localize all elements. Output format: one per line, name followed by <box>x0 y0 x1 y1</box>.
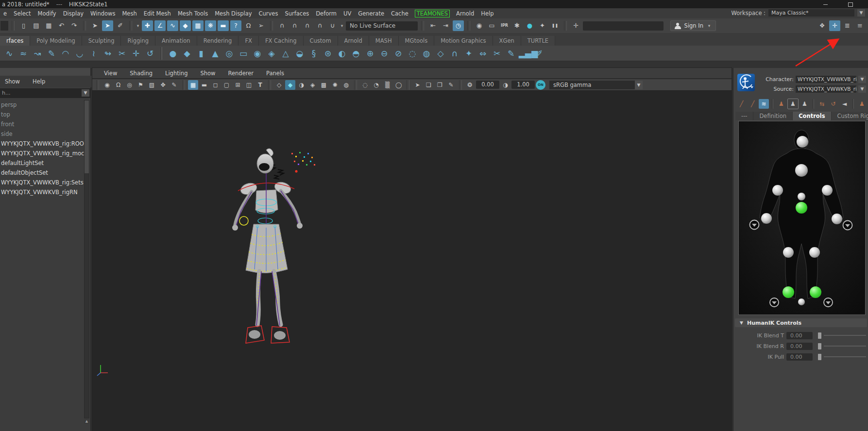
mask-deformers-icon[interactable]: ▦ <box>192 20 204 31</box>
attribute-editor-icon[interactable]: ≡ <box>854 20 866 31</box>
divider[interactable] <box>182 80 185 90</box>
curve-offset-icon[interactable]: ≀ <box>87 47 100 60</box>
menu-item[interactable]: e <box>0 10 10 17</box>
outliner-menu-item[interactable]: Help <box>33 78 45 85</box>
resolution-gate-icon[interactable]: ◻ <box>210 80 221 90</box>
chevron-down-icon[interactable]: ▼ <box>82 89 89 97</box>
input-connections-icon[interactable]: ⇤ <box>427 20 439 31</box>
outliner-item[interactable]: WYYKJQTX_VWWKVB_rig:Sets <box>0 178 85 187</box>
quad-draw-icon[interactable]: ✎ <box>505 47 517 60</box>
shelf-tab[interactable]: MGtools <box>399 36 435 46</box>
slider-value[interactable]: 0.00 <box>786 332 813 339</box>
redo-icon[interactable]: ↷ <box>68 20 80 31</box>
shelf-tab[interactable]: Rigging <box>121 36 155 46</box>
character-controls-icon[interactable]: ✛ <box>829 20 840 31</box>
character-select-icon[interactable]: ♟ <box>857 99 867 109</box>
slider-track[interactable] <box>824 346 866 347</box>
chevron-down-icon[interactable]: ▼ <box>635 81 643 89</box>
character-grey-icon[interactable]: ♟ <box>800 99 810 109</box>
sign-in-button[interactable]: Sign In ▾ <box>670 20 716 31</box>
mirror-geometry-icon[interactable]: ⇔ <box>477 47 489 60</box>
humanik-tab[interactable]: Controls <box>793 112 831 120</box>
grid-icon[interactable]: ▦ <box>188 80 198 90</box>
poly-helix-icon[interactable]: § <box>307 47 320 60</box>
mask-handles-icon[interactable]: ✚ <box>142 20 153 31</box>
boolean-difference-icon[interactable]: ⊖ <box>378 47 391 60</box>
camera-icon[interactable]: ◉ <box>102 80 112 90</box>
select-tool-icon[interactable]: ➤ <box>89 20 101 31</box>
humanik-tab[interactable]: Definition <box>753 112 793 120</box>
bevel-icon[interactable]: ◇ <box>434 47 447 60</box>
shelf-tab[interactable]: Animation <box>155 36 197 46</box>
divider[interactable] <box>407 80 409 90</box>
safe-title-icon[interactable]: T <box>255 80 265 90</box>
chevron-down-icon[interactable]: ▼ <box>858 85 866 93</box>
hypershade-icon[interactable]: ● <box>524 20 535 31</box>
humanik-tab[interactable]: --- <box>735 112 753 120</box>
poly-disc-icon[interactable]: ◉ <box>251 47 264 60</box>
xray-joints-icon[interactable]: ❐ <box>435 80 445 90</box>
menu-item[interactable]: Select <box>10 10 34 17</box>
output-connections-icon[interactable]: ⇥ <box>440 20 451 31</box>
mirror-pose-icon[interactable]: ⇆ <box>817 99 827 109</box>
slider-handle[interactable] <box>818 343 821 349</box>
chevron-down-icon[interactable]: ▾ <box>707 23 712 28</box>
chevron-down-icon[interactable]: ▼ <box>858 76 866 83</box>
lights-icon[interactable]: ✺ <box>330 80 340 90</box>
bookmark-icon[interactable]: ⚑ <box>136 80 146 90</box>
joint-edit-icon[interactable]: ╱ <box>748 99 758 109</box>
textured-icon[interactable]: ◑ <box>296 80 306 90</box>
anti-aliasing-icon[interactable]: ▒ <box>382 80 392 90</box>
lasso-tool-icon[interactable]: ➤ <box>102 20 113 31</box>
menu-item[interactable]: Deform <box>312 10 340 17</box>
minimize-button[interactable] <box>819 1 832 7</box>
poly-sphere-icon[interactable]: ● <box>167 47 179 60</box>
poly-platonic-icon[interactable]: ◈ <box>265 47 278 60</box>
menu-item[interactable]: Display <box>60 10 87 17</box>
channel-box-icon[interactable]: ≣ <box>842 20 853 31</box>
viewport-menu-item[interactable]: Lighting <box>165 70 194 77</box>
outliner-item[interactable]: persp <box>0 100 85 110</box>
shadows-icon[interactable]: ◍ <box>341 80 351 90</box>
snap-to-planes-icon[interactable]: ∩ <box>314 20 325 31</box>
menu-item[interactable]: Help <box>477 10 497 17</box>
divider[interactable] <box>354 80 357 90</box>
skeleton-definition-icon[interactable]: ≋ <box>759 99 769 109</box>
shelf-tab[interactable]: Motion Graphics <box>434 36 493 46</box>
grease-pencil-icon[interactable]: ✎ <box>169 80 179 90</box>
humanik-logo-icon[interactable] <box>737 74 755 91</box>
chevron-down-icon[interactable]: ▾ <box>136 23 140 28</box>
outliner-item[interactable]: front <box>0 119 85 129</box>
arc-three-point-icon[interactable]: ◡ <box>73 47 86 60</box>
menu-item[interactable]: Generate <box>355 10 388 17</box>
divider[interactable] <box>268 80 271 90</box>
outliner-item[interactable]: side <box>0 129 85 139</box>
exposure-pen-icon[interactable]: ✎ <box>446 80 456 90</box>
divider[interactable] <box>96 80 99 90</box>
source-dropdown[interactable]: WYYKJQTX_VWWKVB_rig_ <box>796 85 856 93</box>
shelf-tab[interactable]: FX Caching <box>259 36 304 46</box>
depth-of-field-icon[interactable]: ◯ <box>393 80 404 90</box>
viewport-canvas[interactable] <box>92 91 732 431</box>
menu-item[interactable]: UV <box>340 10 355 17</box>
shelf-tab[interactable]: XGen <box>493 36 521 46</box>
shelf-tab[interactable]: Poly Modeling <box>30 36 82 46</box>
ep-curve-icon[interactable]: ≈ <box>17 47 30 60</box>
isolate-select-icon[interactable]: ➤ <box>412 80 423 90</box>
undo-icon[interactable]: ↶ <box>56 20 67 31</box>
viewport-menu-item[interactable]: Show <box>201 70 222 77</box>
film-gate-icon[interactable]: ▬ <box>199 80 209 90</box>
menu-item[interactable]: Windows <box>87 10 119 17</box>
menu-item[interactable]: Arnold <box>453 10 477 17</box>
humanik-character-map[interactable] <box>739 121 864 314</box>
menu-item[interactable]: Edit Mesh <box>140 10 174 17</box>
multi-cut-icon[interactable]: ✂ <box>491 47 503 60</box>
outliner-item[interactable]: defaultObjectSet <box>0 168 85 178</box>
exposure-field[interactable]: 0.00 <box>476 81 499 89</box>
sculpt-object-icon[interactable]: ◓ <box>350 47 362 60</box>
save-scene-icon[interactable]: ▦ <box>43 20 54 31</box>
shelf-tab[interactable]: Rendering <box>197 36 239 46</box>
viewport-menu-item[interactable]: Renderer <box>228 70 260 77</box>
menu-item[interactable]: Mesh Tools <box>174 10 211 17</box>
reset-pose-icon[interactable]: ↺ <box>828 99 838 109</box>
